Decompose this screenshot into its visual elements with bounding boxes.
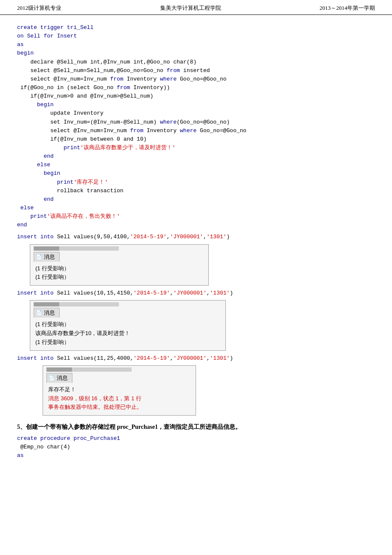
page-header: 2012级计算机专业 集美大学计算机工程学院 2013～2014年第一学期 [0,0,392,15]
header-center: 集美大学计算机工程学院 [160,4,221,12]
result-content-2: (1 行受影响）该商品库存数量少于10，请及时进货！(1 行受影响） [34,318,222,347]
insert3-code: insert into Sell values(11,25,4000,'2014… [17,354,375,363]
scroll-bar-3[interactable] [46,367,132,372]
insert1-code: insert into Sell values(9,50,4100,'2014-… [17,233,375,241]
section5-text: 、创建一个带有输入参数的存储过程 proc_Purchase1，查询指定员工所进… [20,424,241,430]
result-content-1: (1 行受影响）(1 行受影响） [34,263,205,283]
result-content-3: 库存不足！消息 3609，级别 16，状态 1，第 1 行事务在触发器中结束。批… [46,384,192,413]
result-tab-label-3: 消息 [57,374,68,382]
scroll-bar-2[interactable] [34,302,119,306]
insert2-code: insert into Sell values(10,15,4150,'2014… [17,289,375,298]
procedure-code: create procedure proc_Purchase1 @Emp_no … [17,434,375,460]
section5-heading: 5、创建一个带有输入参数的存储过程 proc_Purchase1，查询指定员工所… [17,423,375,431]
section5-number: 5 [17,424,20,430]
result-tab-label-2: 消息 [44,309,55,317]
result-box-3: 📄 消息 库存不足！消息 3609，级别 16，状态 1，第 1 行事务在触发器… [43,365,196,416]
result-tab-3[interactable]: 📄 消息 [46,373,72,383]
scroll-bar-1[interactable] [34,246,119,251]
result-box-1: 📄 消息 (1 行受影响）(1 行受影响） [30,244,209,286]
result-tab-1[interactable]: 📄 消息 [34,252,60,262]
message-icon-1: 📄 [36,254,42,260]
trigger-code: create trigger tri_Sellon Sell for Inser… [17,23,375,229]
main-content: create trigger tri_Sellon Sell for Inser… [0,15,392,471]
message-icon-3: 📄 [49,375,55,381]
result-tab-2[interactable]: 📄 消息 [34,308,60,318]
header-left: 2012级计算机专业 [17,4,61,12]
result-tab-label-1: 消息 [44,253,55,261]
result-box-2: 📄 消息 (1 行受影响）该商品库存数量少于10，请及时进货！(1 行受影响） [30,300,226,350]
message-icon-2: 📄 [36,310,42,316]
header-right: 2013～2014年第一学期 [320,4,375,12]
